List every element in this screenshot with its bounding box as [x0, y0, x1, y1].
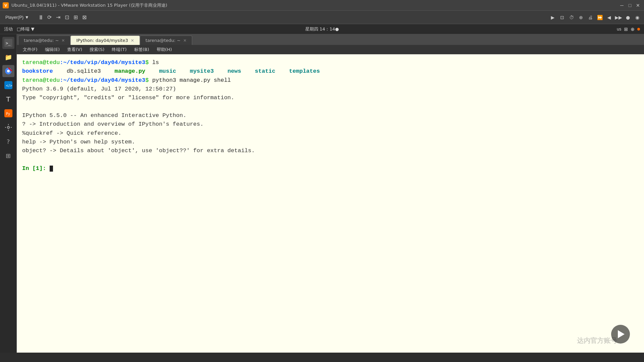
help-1: ? -> Introduction and overview of IPytho…	[22, 121, 204, 127]
window-title: Ubuntu_18.04(1911) - VMware Workstation …	[11, 2, 167, 8]
prompt-path-1: :~/tedu/vip/day04/mysite3	[60, 59, 145, 66]
svg-text:V: V	[4, 4, 7, 7]
ipython-banner-line: IPython 5.5.0 -- An enhanced Interactive…	[22, 111, 639, 120]
vm-icon-2[interactable]: ⊡	[558, 13, 566, 21]
play-overlay-button[interactable]	[611, 325, 630, 344]
tab-3[interactable]: tarena@tedu: ~ ✕	[140, 36, 192, 45]
unity-icon[interactable]: ⊞	[72, 14, 79, 21]
tab-2-label: IPython: day04/mysite3	[76, 38, 128, 43]
tab-3-close[interactable]: ✕	[183, 38, 186, 43]
minimize-button[interactable]: ─	[619, 2, 625, 9]
ls-bookstore: bookstore	[22, 68, 53, 74]
command-line-2: tarena@tedu:~/tedu/vip/day04/mysite3$ py…	[22, 76, 639, 85]
tab-bar: tarena@tedu: ~ ✕ IPython: day04/mysite3 …	[17, 34, 644, 45]
command-2: python3 manage.py shell	[149, 77, 231, 83]
vm-icon-10[interactable]: ◉	[633, 13, 641, 21]
player-menu-button[interactable]: Player(P) ▼	[3, 13, 32, 22]
disconnect-icon[interactable]: ⊠	[81, 14, 88, 21]
title-bar: V Ubuntu_18.04(1911) - VMware Workstatio…	[0, 0, 644, 11]
main-area: >_ 📁 </> T Py ? ⊞ tarena@tedu: ~ ✕ IPyth…	[0, 34, 644, 353]
send-ctrl-alt-del-icon[interactable]: ⇥	[55, 14, 62, 21]
svg-text:>_: >_	[6, 41, 11, 46]
help-line-1: ? -> Introduction and overview of IPytho…	[22, 120, 639, 129]
ls-news: news	[227, 68, 241, 74]
menu-search[interactable]: 搜索(S)	[86, 46, 108, 53]
window-controls: ─ □ ✕	[619, 2, 641, 9]
svg-text:Py: Py	[6, 112, 10, 116]
python-version: Python 3.6.9 (default, Jul 17 2020, 12:5…	[22, 86, 176, 92]
tab-1-label: tarena@tedu: ~	[24, 38, 59, 43]
keyboard-layout[interactable]: us	[617, 27, 622, 32]
ipython-banner: IPython 5.5.0 -- An enhanced Interactive…	[22, 112, 186, 119]
vm-icon-8[interactable]: ▶▶	[614, 13, 623, 21]
python-version-line: Python 3.6.9 (default, Jul 17 2020, 12:5…	[22, 85, 639, 94]
vm-icon-1[interactable]: ▶	[549, 13, 557, 21]
volume-icon[interactable]: ⊕	[631, 26, 635, 32]
fullscreen-icon[interactable]: ⊡	[63, 14, 71, 21]
svg-point-10	[7, 126, 9, 128]
vm-icon-9[interactable]: ●	[624, 13, 632, 21]
sidebar-icon-folder[interactable]: 📁	[2, 51, 14, 63]
input-prompt-line[interactable]: In [1]:	[22, 164, 639, 173]
play-triangle-icon	[618, 330, 625, 338]
ls-static: static	[255, 68, 275, 74]
help-line-2: %quickref -> Quick reference.	[22, 129, 639, 138]
menu-view[interactable]: 查看(V)	[64, 46, 86, 53]
sidebar: >_ 📁 </> T Py ? ⊞	[0, 34, 17, 353]
vm-icon-4[interactable]: ⊕	[577, 13, 585, 21]
tab-2[interactable]: IPython: day04/mysite3 ✕	[70, 36, 140, 45]
system-bar: 活动 □终端 ▼ 星期四 14：14● us ⊞ ⊕	[0, 24, 644, 34]
sidebar-icon-chrome[interactable]	[2, 65, 14, 77]
python-type: Type "copyright", "credits" or "license"…	[22, 95, 234, 101]
python-type-line: Type "copyright", "credits" or "license"…	[22, 94, 639, 102]
tab-1[interactable]: tarena@tedu: ~ ✕	[18, 36, 70, 45]
ls-mysite3: mysite3	[190, 68, 214, 74]
menu-tags[interactable]: 标签(B)	[131, 46, 153, 53]
ls-output: bookstore db.sqlite3 manage.py music mys…	[22, 67, 639, 76]
toolbar: Player(P) ▼ ⏸ ⟳ ⇥ ⊡ ⊞ ⊠ ▶ ⊡ ⏱ ⊕ 🖨 ⏩ ◀ ▶▶…	[0, 11, 644, 24]
sidebar-icon-text[interactable]: T	[2, 93, 14, 105]
prompt-dollar-2: $	[145, 77, 149, 83]
prompt-user-2: tarena@tedu	[22, 77, 60, 83]
menu-terminal[interactable]: 终端(T)	[108, 46, 130, 53]
power-indicator[interactable]	[637, 28, 640, 31]
vmware-extra-icons: ▶ ⊡ ⏱ ⊕ 🖨 ⏩ ◀ ▶▶ ● ◉	[549, 13, 641, 21]
close-button[interactable]: ✕	[635, 2, 641, 9]
maximize-button[interactable]: □	[627, 2, 633, 9]
activities-button[interactable]: 活动	[4, 26, 13, 32]
vm-icon-6[interactable]: ⏩	[596, 13, 604, 21]
command-line-1: tarena@tedu:~/tedu/vip/day04/mysite3$ ls	[22, 58, 639, 67]
sidebar-icon-terminal[interactable]: >_	[2, 37, 14, 49]
menu-help[interactable]: 帮助(H)	[153, 46, 175, 53]
prompt-path-2: :~/tedu/vip/day04/mysite3	[60, 77, 145, 83]
pause-icon[interactable]: ⏸	[37, 14, 45, 21]
menu-edit[interactable]: 编辑(E)	[42, 46, 63, 53]
ls-music: music	[159, 68, 176, 74]
vm-icon-5[interactable]: 🖨	[586, 13, 594, 21]
title-bar-left: V Ubuntu_18.04(1911) - VMware Workstatio…	[3, 2, 167, 8]
terminal-menu[interactable]: □终端 ▼	[17, 26, 34, 32]
datetime-display: 星期四 14：14●	[305, 26, 339, 32]
sidebar-icon-python[interactable]: Py	[2, 107, 14, 119]
svg-point-5	[7, 70, 10, 72]
reset-icon[interactable]: ⟳	[46, 14, 53, 21]
tab-1-close[interactable]: ✕	[61, 38, 65, 43]
tab-2-close[interactable]: ✕	[131, 38, 134, 43]
terminal-content[interactable]: tarena@tedu:~/tedu/vip/day04/mysite3$ ls…	[17, 54, 644, 353]
sidebar-icon-settings[interactable]	[2, 121, 14, 133]
player-menu-label: Player(P) ▼	[5, 15, 29, 20]
menu-file[interactable]: 文件(F)	[19, 46, 41, 53]
network-icon[interactable]: ⊞	[624, 26, 628, 32]
svg-text:</>: </>	[6, 84, 12, 87]
ls-db: db.sqlite3	[67, 68, 101, 74]
help-2: %quickref -> Quick reference.	[22, 130, 121, 136]
sidebar-icon-vscode[interactable]: </>	[2, 79, 14, 91]
vm-icon-3[interactable]: ⏱	[568, 13, 576, 21]
vmware-icon: V	[3, 2, 9, 8]
prompt-dollar-1: $	[145, 59, 149, 66]
vm-icon-7[interactable]: ◀	[605, 13, 613, 21]
sidebar-icon-help[interactable]: ?	[2, 135, 14, 147]
help-line-3: help -> Python's own help system.	[22, 138, 639, 146]
terminal-container: tarena@tedu: ~ ✕ IPython: day04/mysite3 …	[17, 34, 644, 353]
sidebar-icon-grid[interactable]: ⊞	[2, 149, 14, 162]
